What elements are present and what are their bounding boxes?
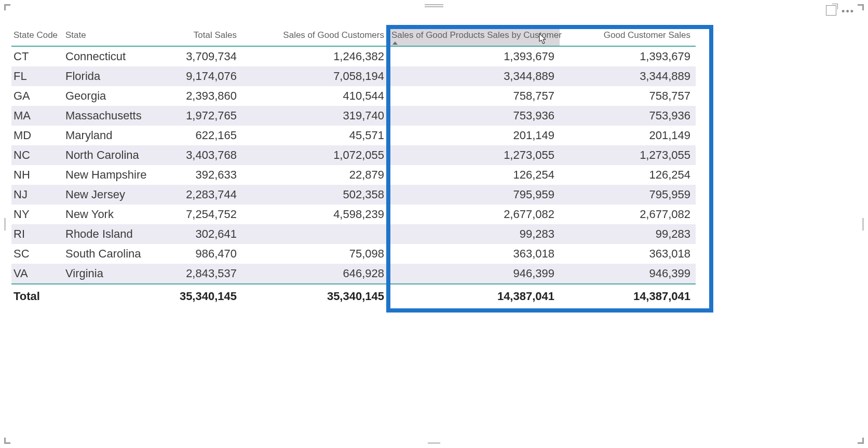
cell-total-sales: 9,174,076 bbox=[162, 66, 242, 86]
cell-sales-good-products: 753,936 bbox=[389, 106, 560, 126]
resize-handle-bottom-left[interactable] bbox=[4, 438, 10, 444]
cell-good-customer-sales: 126,254 bbox=[560, 165, 696, 185]
cell-total-sales: 986,470 bbox=[162, 244, 242, 264]
sort-ascending-icon bbox=[392, 42, 398, 45]
cell-good-customer-sales: 1,273,055 bbox=[560, 145, 696, 165]
table-row[interactable]: VAVirginia2,843,537646,928946,399946,399 bbox=[11, 264, 696, 284]
cell-good-customer-sales: 1,393,679 bbox=[560, 46, 696, 66]
cell-sales-good-customers: 75,098 bbox=[242, 244, 389, 264]
cell-total-sales: 2,283,744 bbox=[162, 185, 242, 205]
cell-state-code: FL bbox=[11, 66, 63, 86]
cell-sales-good-products: 363,018 bbox=[389, 244, 560, 264]
cell-state: Connecticut bbox=[63, 46, 162, 66]
cell-sales-good-products: 946,399 bbox=[389, 264, 560, 284]
cell-total-sales: 302,641 bbox=[162, 224, 242, 244]
col-header-state-code[interactable]: State Code bbox=[11, 27, 63, 46]
cell-state-code: SC bbox=[11, 244, 63, 264]
cell-sales-good-customers: 410,544 bbox=[242, 86, 389, 106]
cell-good-customer-sales: 201,149 bbox=[560, 126, 696, 145]
cell-state-code: NY bbox=[11, 205, 63, 224]
cell-sales-good-customers: 502,358 bbox=[242, 185, 389, 205]
table-row[interactable]: RIRhode Island302,64199,28399,283 bbox=[11, 224, 696, 244]
table-row[interactable]: SCSouth Carolina986,47075,098363,018363,… bbox=[11, 244, 696, 264]
cell-total-sales: 2,843,537 bbox=[162, 264, 242, 284]
total-total-sales: 35,340,145 bbox=[162, 284, 242, 306]
col-header-sales-good-products-by-customer[interactable]: Sales of Good Products Sales by Customer bbox=[389, 27, 560, 46]
cell-state-code: GA bbox=[11, 86, 63, 106]
cell-sales-good-customers: 1,072,055 bbox=[242, 145, 389, 165]
resize-handle-top-right[interactable] bbox=[858, 4, 864, 10]
cell-state-code: CT bbox=[11, 46, 63, 66]
cell-state: Virginia bbox=[63, 264, 162, 284]
cell-sales-good-customers: 646,928 bbox=[242, 264, 389, 284]
cell-total-sales: 7,254,752 bbox=[162, 205, 242, 224]
cell-total-sales: 392,633 bbox=[162, 165, 242, 185]
cell-state-code: MD bbox=[11, 126, 63, 145]
cell-good-customer-sales: 753,936 bbox=[560, 106, 696, 126]
resize-handle-right[interactable] bbox=[862, 218, 864, 230]
cell-sales-good-products: 1,273,055 bbox=[389, 145, 560, 165]
table-body: CTConnecticut3,709,7341,246,3821,393,679… bbox=[11, 46, 696, 284]
cell-sales-good-products: 758,757 bbox=[389, 86, 560, 106]
drag-grip-icon[interactable] bbox=[425, 3, 443, 8]
total-label: Total bbox=[11, 284, 63, 306]
cell-sales-good-customers: 22,879 bbox=[242, 165, 389, 185]
cell-state: Georgia bbox=[63, 86, 162, 106]
visual-header: ••• bbox=[826, 5, 855, 18]
cell-sales-good-customers: 45,571 bbox=[242, 126, 389, 145]
cell-state-code: NH bbox=[11, 165, 63, 185]
cell-state: New York bbox=[63, 205, 162, 224]
table-row[interactable]: NYNew York7,254,7524,598,2392,677,0822,6… bbox=[11, 205, 696, 224]
cell-total-sales: 3,403,768 bbox=[162, 145, 242, 165]
col-header-state[interactable]: State bbox=[63, 27, 162, 46]
cell-sales-good-products: 201,149 bbox=[389, 126, 560, 145]
cell-state: New Jersey bbox=[63, 185, 162, 205]
table-header-row: State Code State Total Sales Sales of Go… bbox=[11, 27, 696, 46]
total-sales-good-products: 14,387,041 bbox=[389, 284, 560, 306]
cell-good-customer-sales: 2,677,082 bbox=[560, 205, 696, 224]
col-header-total-sales[interactable]: Total Sales bbox=[162, 27, 242, 46]
more-options-icon[interactable]: ••• bbox=[842, 9, 855, 14]
cell-sales-good-products: 2,677,082 bbox=[389, 205, 560, 224]
table-row[interactable]: CTConnecticut3,709,7341,246,3821,393,679… bbox=[11, 46, 696, 66]
cell-total-sales: 2,393,860 bbox=[162, 86, 242, 106]
table-total-row: Total 35,340,145 35,340,145 14,387,041 1… bbox=[11, 284, 696, 306]
cell-state-code: VA bbox=[11, 264, 63, 284]
table-row[interactable]: GAGeorgia2,393,860410,544758,757758,757 bbox=[11, 86, 696, 106]
focus-mode-icon[interactable] bbox=[826, 5, 836, 18]
cell-sales-good-products: 126,254 bbox=[389, 165, 560, 185]
cell-good-customer-sales: 946,399 bbox=[560, 264, 696, 284]
cell-state-code: RI bbox=[11, 224, 63, 244]
table-visual-container: ••• State Code State Total Sales Sales o… bbox=[4, 4, 864, 444]
cell-state: South Carolina bbox=[63, 244, 162, 264]
cell-state: North Carolina bbox=[63, 145, 162, 165]
cell-state: Rhode Island bbox=[63, 224, 162, 244]
cell-total-sales: 1,972,765 bbox=[162, 106, 242, 126]
resize-handle-left[interactable] bbox=[4, 218, 6, 230]
col-header-good-customer-sales[interactable]: Good Customer Sales bbox=[560, 27, 696, 46]
col-header-sales-good-customers[interactable]: Sales of Good Customers bbox=[242, 27, 389, 46]
cell-sales-good-products: 795,959 bbox=[389, 185, 560, 205]
resize-handle-top-left[interactable] bbox=[4, 4, 10, 10]
table-row[interactable]: MDMaryland622,16545,571201,149201,149 bbox=[11, 126, 696, 145]
cell-state: New Hampshire bbox=[63, 165, 162, 185]
cell-state-code: NC bbox=[11, 145, 63, 165]
cell-total-sales: 622,165 bbox=[162, 126, 242, 145]
table-row[interactable]: NJNew Jersey2,283,744502,358795,959795,9… bbox=[11, 185, 696, 205]
resize-handle-bottom[interactable] bbox=[428, 442, 440, 444]
table-row[interactable]: NCNorth Carolina3,403,7681,072,0551,273,… bbox=[11, 145, 696, 165]
cell-sales-good-products: 1,393,679 bbox=[389, 46, 560, 66]
cell-sales-good-customers bbox=[242, 224, 389, 244]
table-row[interactable]: FLFlorida9,174,0767,058,1943,344,8893,34… bbox=[11, 66, 696, 86]
table-row[interactable]: MAMassachusetts1,972,765319,740753,93675… bbox=[11, 106, 696, 126]
cell-state: Florida bbox=[63, 66, 162, 86]
table-row[interactable]: NHNew Hampshire392,63322,879126,254126,2… bbox=[11, 165, 696, 185]
cell-good-customer-sales: 3,344,889 bbox=[560, 66, 696, 86]
cell-good-customer-sales: 363,018 bbox=[560, 244, 696, 264]
cell-state-code: MA bbox=[11, 106, 63, 126]
cell-good-customer-sales: 99,283 bbox=[560, 224, 696, 244]
resize-handle-bottom-right[interactable] bbox=[858, 438, 864, 444]
cell-state-code: NJ bbox=[11, 185, 63, 205]
cell-sales-good-customers: 319,740 bbox=[242, 106, 389, 126]
cell-sales-good-customers: 7,058,194 bbox=[242, 66, 389, 86]
